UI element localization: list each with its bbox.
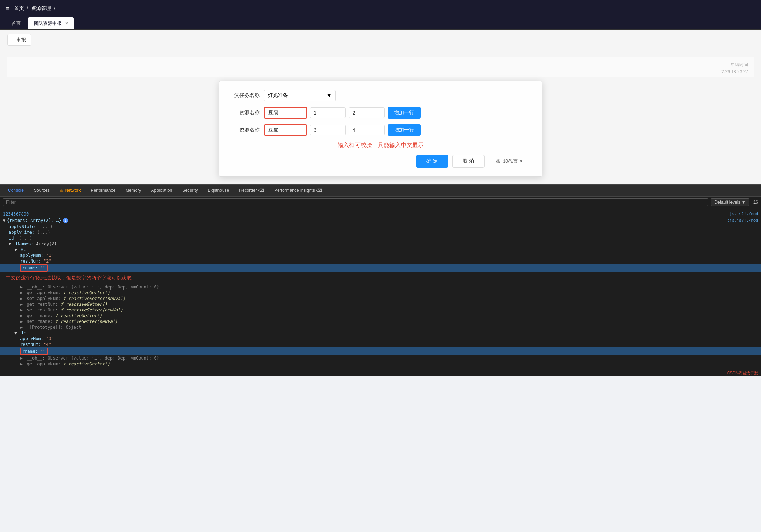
rname-box-1: rname: "" xyxy=(20,348,48,355)
num1-input-1[interactable] xyxy=(310,125,346,135)
prop-apply-time: applyTime: (...) xyxy=(0,230,761,235)
devtools-tab-performance[interactable]: Performance xyxy=(86,185,120,196)
csdn-watermark: CSDN@君汝于默 xyxy=(0,370,761,376)
expand-tnames[interactable]: ▼ xyxy=(9,241,11,246)
prop-restnum-0: restNum: "2" xyxy=(0,258,761,264)
num1-input-0[interactable] xyxy=(310,107,346,118)
expand-1[interactable]: ▼ xyxy=(14,330,17,336)
resource-dialog: 父任务名称 灯光准备 ▼ 资源名称 增加一行 资源名称 增加一行 xyxy=(219,81,542,177)
prop-tnames: ▼ tNames: Array(2) xyxy=(0,241,761,247)
resource-fields-1: 增加一行 xyxy=(264,124,421,136)
action-bar: + 申报 xyxy=(0,30,761,50)
devtools-tab-lighthouse[interactable]: Lighthouse xyxy=(203,185,234,196)
devtools-tab-memory[interactable]: Memory xyxy=(120,185,146,196)
prop-restnum-1: restNum: "4" xyxy=(0,342,761,347)
resource-fields-0: 增加一行 xyxy=(264,107,421,119)
tab-home[interactable]: 首页 xyxy=(6,17,27,29)
dialog-actions: 确 定 取 消 条 10条/页 ▼ xyxy=(231,155,531,168)
object-preview: {tNames: Array(2), …} xyxy=(7,218,61,223)
devtools-tab-console[interactable]: Console xyxy=(3,185,29,196)
devtools-filter-bar: Default levels ▼ 16 xyxy=(0,197,761,208)
add-row-button-1[interactable]: 增加一行 xyxy=(388,124,421,136)
console-filter-input[interactable] xyxy=(3,198,708,206)
prop-0: ▼ 0: xyxy=(0,247,761,253)
table-background: 申请时间 2-26 18:23:27 xyxy=(7,57,754,77)
per-page-selector[interactable]: 10条/页 ▼ xyxy=(503,158,523,165)
tab-bar: 首页 团队资源申报 × xyxy=(0,17,761,30)
prop-prototype-0: ▶ [[Prototype]]: Object xyxy=(0,324,761,330)
parent-task-label: 父任务名称 xyxy=(231,92,260,99)
prop-rname-1: rname: "" xyxy=(0,347,761,355)
add-report-button[interactable]: + 申报 xyxy=(7,34,31,46)
prop-ob-0: ▶ __ob__: Observer {value: {…}, dep: Dep… xyxy=(0,284,761,290)
devtools-tab-sources[interactable]: Sources xyxy=(29,185,55,196)
prop-id: id: (...) xyxy=(0,235,761,241)
prop-1: ▼ 1: xyxy=(0,330,761,336)
info-icon[interactable]: i xyxy=(63,218,68,223)
setter-rname: ▶ set rname: f reactiveSetter(newVal) xyxy=(0,319,761,324)
console-output: 1234567890 cjs.js?!./nod ▼ {tNames: Arra… xyxy=(0,208,761,370)
num2-input-0[interactable] xyxy=(349,107,385,118)
breadcrumb-resource[interactable]: 资源管理 xyxy=(31,5,51,11)
chevron-down-icon: ▼ xyxy=(327,93,332,98)
resource-label-0: 资源名称 xyxy=(231,110,260,116)
parent-task-value: 灯光准备 xyxy=(268,92,288,99)
getter-applynum-1: ▶ get applyNum: f reactiveGetter() xyxy=(0,361,761,367)
resource-name-input-0[interactable] xyxy=(264,107,307,119)
resource-row-0: 资源名称 增加一行 xyxy=(231,107,531,119)
menu-icon[interactable]: ≡ xyxy=(6,5,10,13)
getter-rname: ▶ get rname: f reactiveGetter() xyxy=(0,313,761,319)
parent-task-row: 父任务名称 灯光准备 ▼ xyxy=(231,90,531,101)
breadcrumb-home[interactable]: 首页 xyxy=(14,5,24,11)
timestamp-cell: 2-26 18:23:27 xyxy=(721,69,748,74)
add-row-button-0[interactable]: 增加一行 xyxy=(388,107,421,119)
console-object-start: ▼ {tNames: Array(2), …} i cjs.js?!./nod xyxy=(0,217,761,224)
prop-applynum-1: applyNum: "3" xyxy=(0,336,761,342)
expand-arrow-root[interactable]: ▼ xyxy=(3,218,5,223)
tab-team-resource[interactable]: 团队资源申报 × xyxy=(28,17,74,29)
default-levels-button[interactable]: Default levels ▼ xyxy=(711,198,749,206)
rname-box-0: rname: "" xyxy=(20,264,48,272)
devtools-tab-application[interactable]: Application xyxy=(146,185,177,196)
confirm-button[interactable]: 确 定 xyxy=(416,155,448,168)
dialog-annotation: 输入框可校验，只能输入中文显示 xyxy=(231,142,531,149)
setter-restnum: ▶ set restNum: f reactiveSetter(newVal) xyxy=(0,307,761,313)
source-link-1[interactable]: cjs.js?!./nod xyxy=(727,218,758,223)
devtools-panel: Console Sources ⚠ Network Performance Me… xyxy=(0,184,761,376)
num2-input-1[interactable] xyxy=(349,125,385,135)
apply-time-col: 申请时间 xyxy=(731,62,748,68)
console-line-num: 1234567890 cjs.js?!./nod xyxy=(0,211,761,217)
resource-label-1: 资源名称 xyxy=(231,127,260,133)
devtools-tab-perf-insights[interactable]: Performance insights ⌫ xyxy=(269,185,327,196)
devtools-tab-recorder[interactable]: Recorder ⌫ xyxy=(234,185,269,196)
tab-close-icon[interactable]: × xyxy=(65,20,68,26)
app-header: ≡ 首页 / 资源管理 / xyxy=(0,0,761,17)
getter-restnum: ▶ get restNum: f reactiveGetter() xyxy=(0,301,761,307)
devtools-tab-network[interactable]: ⚠ Network xyxy=(55,185,86,196)
devtools-tab-bar: Console Sources ⚠ Network Performance Me… xyxy=(0,185,761,197)
source-link-0[interactable]: cjs.js?!./nod xyxy=(727,212,758,216)
setter-applynum: ▶ set applyNum: f reactiveSetter(newVal) xyxy=(0,296,761,301)
prop-rname-0: rname: "" xyxy=(0,264,761,272)
prop-applynum-0: applyNum: "1" xyxy=(0,253,761,258)
breadcrumb: 首页 / 资源管理 / xyxy=(14,5,55,12)
resource-name-input-1[interactable] xyxy=(264,124,307,136)
line-number: 1234567890 xyxy=(3,212,35,217)
getter-applynum: ▶ get applyNum: f reactiveGetter() xyxy=(0,290,761,296)
console-annotation: 中文的这个字段无法获取，但是数字的两个字段可以获取 xyxy=(0,272,761,284)
prop-ob-1: ▶ __ob__: Observer {value: {…}, dep: Dep… xyxy=(0,355,761,361)
prop-apply-state: applyState: (...) xyxy=(0,224,761,230)
console-count: 16 xyxy=(753,200,758,205)
parent-task-select[interactable]: 灯光准备 ▼ xyxy=(264,90,336,101)
pagination-info: 条 xyxy=(496,158,500,165)
resource-row-1: 资源名称 增加一行 xyxy=(231,124,531,136)
main-content: 申请时间 2-26 18:23:27 父任务名称 灯光准备 ▼ 资源名称 增加一… xyxy=(0,50,761,184)
devtools-tab-security[interactable]: Security xyxy=(177,185,203,196)
cancel-button[interactable]: 取 消 xyxy=(452,155,485,168)
expand-0[interactable]: ▼ xyxy=(14,247,17,252)
